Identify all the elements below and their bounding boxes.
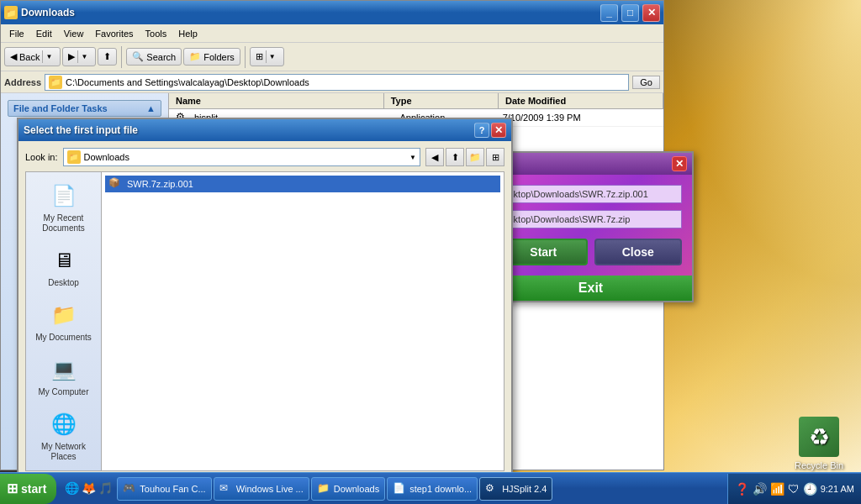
start-button[interactable]: ⊞ start (0, 474, 56, 504)
address-label: Address (4, 77, 41, 87)
explorer-titlebar: 📁 Downloads _ □ ✕ (1, 1, 663, 24)
toolbar-forward-button[interactable]: ▶ ▼ (62, 47, 96, 66)
hjsplit-close-action-button[interactable]: Close (594, 239, 683, 265)
hjsplit-exit-button[interactable]: Exit (578, 281, 603, 296)
col-date[interactable]: Date Modified (499, 93, 663, 108)
dialog-places-sidebar: 📄 My Recent Documents 🖥 Desktop 📁 My Doc… (25, 171, 101, 471)
dialog-lookin-row: Look in: 📁 Downloads ▼ ◀ ⬆ 📁 ⊞ (25, 148, 504, 166)
firefox-icon[interactable]: 🦊 (82, 481, 97, 496)
toolbar-search-button[interactable]: 🔍 Search (126, 48, 182, 66)
col-type[interactable]: Type (384, 93, 499, 108)
toolbar-folders-button[interactable]: 📁 Folders (183, 48, 240, 66)
dialog-help-button[interactable]: ? (474, 123, 489, 138)
taskbar-item-hjsplit[interactable]: ⚙ HJSplit 2.4 (479, 477, 552, 501)
nav-new-folder-button[interactable]: 📁 (466, 148, 484, 166)
zip-file-icon: 📦 (108, 177, 122, 191)
hjsplit-titlebar: ✕ (489, 153, 692, 175)
place-my-documents[interactable]: 📁 My Documents (30, 297, 98, 346)
dialog-file-item[interactable]: 📦 SWR.7z.zip.001 (105, 176, 500, 192)
taskbar-item-downloads[interactable]: 📁 Downloads (311, 477, 385, 501)
security-tray-icon[interactable]: 🛡 (788, 482, 800, 496)
recycle-bin[interactable]: ♻ Recycle Bin (794, 417, 844, 470)
hjsplit-taskbar-icon: ⚙ (485, 482, 499, 496)
explorer-maximize-button[interactable]: □ (621, 4, 639, 22)
toolbar-separator-2 (245, 46, 246, 68)
step1-icon: 📄 (393, 482, 406, 496)
dialog-close-button[interactable]: ✕ (491, 123, 506, 138)
col-name[interactable]: Name (169, 93, 384, 108)
hjsplit-body: Start Close (489, 175, 692, 276)
dialog-file-name: SWR.7z.zip.001 (127, 179, 193, 189)
lookin-label: Look in: (25, 152, 58, 162)
views-icon: ⊞ (256, 51, 263, 62)
address-go-button[interactable]: Go (632, 76, 660, 89)
windowslive-icon: ✉ (219, 482, 233, 496)
sidebar-section-title[interactable]: File and Folder Tasks ▲ (8, 100, 161, 117)
taskbar-item-windowslive[interactable]: ✉ Windows Live ... (214, 477, 309, 501)
explorer-minimize-button[interactable]: _ (600, 4, 618, 22)
taskbar-items: 🌐 🦊 🎵 🎮 Touhou Fan C... ✉ Windows Live .… (60, 477, 726, 501)
menu-favorites[interactable]: Favorites (90, 27, 138, 40)
taskbar-item-step1[interactable]: 📄 step1 downlo... (387, 477, 478, 501)
network-tray-icon[interactable]: 📶 (770, 482, 784, 496)
taskbar-tray: ❓ 🔊 📶 🛡 🕘 9:21 AM (727, 474, 861, 504)
address-input[interactable]: 📁 C:\Documents and Settings\valcalayag\D… (45, 74, 629, 91)
lookin-folder-icon: 📁 (67, 150, 81, 164)
explorer-close-button[interactable]: ✕ (642, 4, 660, 22)
network-icon: 🌐 (49, 409, 79, 439)
dialog-titlebar: Select the first input file ? ✕ (18, 119, 511, 141)
place-recent-label: My Recent Documents (34, 213, 94, 234)
taskbar-item-touhou[interactable]: 🎮 Touhou Fan C... (117, 477, 211, 501)
explorer-window-title: Downloads (21, 7, 597, 18)
place-desktop-label: Desktop (48, 278, 79, 288)
menu-help[interactable]: Help (173, 27, 203, 40)
media-icon[interactable]: 🎵 (98, 481, 114, 496)
taskbar: ⊞ start 🌐 🦊 🎵 🎮 Touhou Fan C... ✉ Window… (0, 472, 861, 504)
my-computer-icon: 💻 (49, 354, 79, 385)
menu-view[interactable]: View (59, 27, 89, 40)
hjsplit-exit-bar: Exit (489, 276, 692, 301)
menu-edit[interactable]: Edit (31, 27, 57, 40)
nav-back-button[interactable]: ◀ (425, 148, 444, 166)
hjsplit-input-field-1 (499, 185, 682, 203)
recent-docs-icon: 📄 (49, 181, 79, 211)
toolbar-separator-1 (121, 46, 122, 68)
place-recent-documents[interactable]: 📄 My Recent Documents (30, 177, 98, 237)
hjsplit-path-input-1[interactable] (499, 185, 682, 203)
hjsplit-close-button[interactable]: ✕ (672, 156, 687, 171)
desktop-place-icon: 🖥 (49, 245, 79, 276)
search-icon: 🔍 (132, 51, 144, 62)
dialog-titlebar-buttons: ? ✕ (474, 123, 506, 138)
dialog-places-area: 📄 My Recent Documents 🖥 Desktop 📁 My Doc… (25, 171, 504, 471)
sound-tray-icon[interactable]: 🔊 (753, 482, 767, 496)
toolbar-up-button[interactable]: ⬆ (98, 48, 117, 66)
touhou-icon: 🎮 (123, 482, 136, 496)
explorer-menubar: File Edit View Favorites Tools Help (1, 24, 663, 43)
windows-logo-icon: ⊞ (7, 480, 18, 496)
up-arrow-icon: ⬆ (103, 51, 111, 62)
lookin-dropdown[interactable]: 📁 Downloads ▼ (63, 148, 420, 166)
recycle-bin-icon: ♻ (799, 417, 839, 457)
clock-tray-icon: 🕘 (803, 482, 817, 496)
nav-up-button[interactable]: ⬆ (446, 148, 464, 166)
nav-views-button[interactable]: ⊞ (486, 148, 504, 166)
file-open-dialog: Select the first input file ? ✕ Look in:… (17, 118, 513, 504)
place-my-computer[interactable]: 💻 My Computer (30, 351, 98, 401)
place-desktop[interactable]: 🖥 Desktop (30, 242, 98, 291)
dialog-file-area[interactable]: 📦 SWR.7z.zip.001 (101, 171, 504, 471)
place-network[interactable]: 🌐 My Network Places (30, 406, 98, 465)
ie-icon[interactable]: 🌐 (65, 481, 80, 496)
hjsplit-button-row: Start Close (499, 239, 682, 265)
file-date: 7/10/2009 1:39 PM (503, 113, 657, 123)
folder-icon: 📁 (317, 482, 330, 496)
sidebar-collapse-icon: ▲ (146, 103, 156, 113)
lookin-dropdown-arrow: ▼ (409, 154, 416, 161)
toolbar-views-button[interactable]: ⊞ ▼ (250, 47, 284, 66)
toolbar-back-button[interactable]: ◀ Back ▼ (4, 47, 61, 66)
hjsplit-path-input-2[interactable] (499, 210, 682, 228)
menu-file[interactable]: File (4, 27, 29, 40)
menu-tools[interactable]: Tools (140, 27, 172, 40)
content-header: Name Type Date Modified (169, 93, 663, 109)
dialog-body: Look in: 📁 Downloads ▼ ◀ ⬆ 📁 ⊞ 📄 My Rece… (18, 141, 511, 504)
explorer-window-icon: 📁 (4, 6, 18, 19)
